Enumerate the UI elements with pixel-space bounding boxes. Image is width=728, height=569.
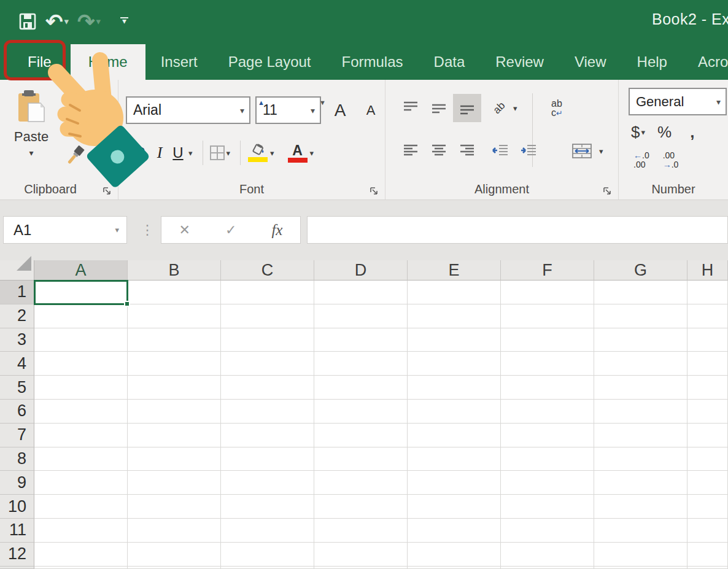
decrease-decimal-button[interactable]: .00 →.0 xyxy=(663,151,679,169)
enter-icon[interactable]: ✓ xyxy=(225,222,236,238)
underline-button[interactable]: U xyxy=(169,144,187,161)
cell-C11[interactable] xyxy=(221,519,314,543)
number-format-combo[interactable]: General ▾ xyxy=(629,88,727,115)
cell-D10[interactable] xyxy=(314,495,408,519)
cell-B3[interactable] xyxy=(128,328,221,352)
cell-C4[interactable] xyxy=(221,352,314,376)
cell-A1[interactable] xyxy=(34,281,128,304)
formula-bar-resize-dots-icon[interactable]: ⋮ xyxy=(139,216,156,244)
cell-F1[interactable] xyxy=(501,281,594,304)
save-icon[interactable] xyxy=(18,12,37,31)
currency-button[interactable]: $ xyxy=(631,123,640,142)
cell-G10[interactable] xyxy=(594,495,687,519)
cell-G1[interactable] xyxy=(594,281,687,304)
cell-D11[interactable] xyxy=(314,519,408,543)
cell-C7[interactable] xyxy=(221,424,314,447)
row-header-1[interactable]: 1 xyxy=(0,281,34,304)
cell-D9[interactable] xyxy=(314,471,408,495)
fill-color-dropdown-icon[interactable]: ▾ xyxy=(270,149,274,158)
cell-C3[interactable] xyxy=(221,328,314,352)
row-header-6[interactable]: 6 xyxy=(0,400,34,424)
cell-H9[interactable] xyxy=(687,471,728,495)
align-left-button[interactable] xyxy=(397,137,425,165)
cell-A2[interactable] xyxy=(34,304,128,328)
cell-F11[interactable] xyxy=(501,519,594,543)
redo-button[interactable]: ↷ ▾ xyxy=(77,11,101,32)
cell-D12[interactable] xyxy=(314,543,408,567)
align-right-button[interactable] xyxy=(453,137,481,165)
cell-A10[interactable] xyxy=(34,495,128,519)
cell-E6[interactable] xyxy=(408,400,501,424)
cell-B1[interactable] xyxy=(128,281,221,304)
cell-F9[interactable] xyxy=(501,471,594,495)
underline-dropdown-icon[interactable]: ▾ xyxy=(188,149,193,158)
row-header-3[interactable]: 3 xyxy=(0,328,34,352)
cell-D5[interactable] xyxy=(314,376,408,400)
undo-button[interactable]: ↶ ▾ xyxy=(45,11,69,32)
cell-C2[interactable] xyxy=(221,304,314,328)
fill-color-button[interactable] xyxy=(247,144,269,162)
cell-D1[interactable] xyxy=(314,281,408,304)
cell-C10[interactable] xyxy=(221,495,314,519)
middle-align-button[interactable] xyxy=(425,94,453,122)
bold-button[interactable]: B xyxy=(130,144,150,163)
column-header-C[interactable]: C xyxy=(221,260,314,281)
customize-qat-button[interactable]: ▾ xyxy=(120,17,128,26)
cell-E11[interactable] xyxy=(408,519,501,543)
cell-B6[interactable] xyxy=(128,400,221,424)
tab-review[interactable]: Review xyxy=(480,44,559,80)
cell-E1[interactable] xyxy=(408,281,501,304)
cell-F8[interactable] xyxy=(501,447,594,471)
cell-G5[interactable] xyxy=(594,376,687,400)
increase-decimal-button[interactable]: ←.0 .00 xyxy=(633,151,649,169)
cell-A6[interactable] xyxy=(34,400,128,424)
cell-A4[interactable] xyxy=(34,352,128,376)
orientation-button[interactable]: ab xyxy=(486,94,512,122)
cell-G8[interactable] xyxy=(594,447,687,471)
row-header-9[interactable]: 9 xyxy=(0,471,34,495)
column-header-F[interactable]: F xyxy=(501,260,594,281)
row-header-8[interactable]: 8 xyxy=(0,447,34,471)
formula-input[interactable] xyxy=(307,216,728,244)
align-center-button[interactable] xyxy=(425,137,453,165)
cell-A8[interactable] xyxy=(34,447,128,471)
cell-H12[interactable] xyxy=(687,543,728,567)
top-align-button[interactable] xyxy=(397,94,425,122)
cell-B11[interactable] xyxy=(128,519,221,543)
paste-button[interactable]: Paste ▾ xyxy=(10,90,53,167)
font-size-combo[interactable]: 11 ▾ xyxy=(255,96,321,124)
cell-B10[interactable] xyxy=(128,495,221,519)
cell-G6[interactable] xyxy=(594,400,687,424)
name-box[interactable]: A1 ▾ xyxy=(3,216,127,244)
font-name-dropdown-icon[interactable]: ▾ xyxy=(240,106,249,115)
increase-font-size-button[interactable]: A ▲ xyxy=(326,96,354,124)
cell-E9[interactable] xyxy=(408,471,501,495)
clipboard-dialog-launcher[interactable] xyxy=(103,187,112,196)
cell-F6[interactable] xyxy=(501,400,594,424)
cell-C12[interactable] xyxy=(221,543,314,567)
cell-H2[interactable] xyxy=(687,304,728,328)
column-header-B[interactable]: B xyxy=(128,260,221,281)
orientation-dropdown-icon[interactable]: ▾ xyxy=(513,104,517,113)
cell-H5[interactable] xyxy=(687,376,728,400)
name-box-dropdown-icon[interactable]: ▾ xyxy=(115,225,126,234)
decrease-font-size-button[interactable]: A ▼ xyxy=(357,96,385,124)
italic-button[interactable]: I xyxy=(150,144,169,162)
cell-A11[interactable] xyxy=(34,519,128,543)
undo-dropdown-icon[interactable]: ▾ xyxy=(64,16,69,27)
row-header-4[interactable]: 4 xyxy=(0,352,34,376)
cell-B2[interactable] xyxy=(128,304,221,328)
paste-dropdown-icon[interactable]: ▾ xyxy=(29,148,33,158)
cell-C8[interactable] xyxy=(221,447,314,471)
cell-D2[interactable] xyxy=(314,304,408,328)
cell-A7[interactable] xyxy=(34,424,128,447)
select-all-corner[interactable] xyxy=(0,260,34,281)
cell-H4[interactable] xyxy=(687,352,728,376)
tab-view[interactable]: View xyxy=(559,44,622,80)
decrease-indent-button[interactable] xyxy=(486,137,514,165)
cell-H1[interactable] xyxy=(687,281,728,304)
cell-H6[interactable] xyxy=(687,400,728,424)
cell-C5[interactable] xyxy=(221,376,314,400)
cell-E5[interactable] xyxy=(408,376,501,400)
cell-G4[interactable] xyxy=(594,352,687,376)
